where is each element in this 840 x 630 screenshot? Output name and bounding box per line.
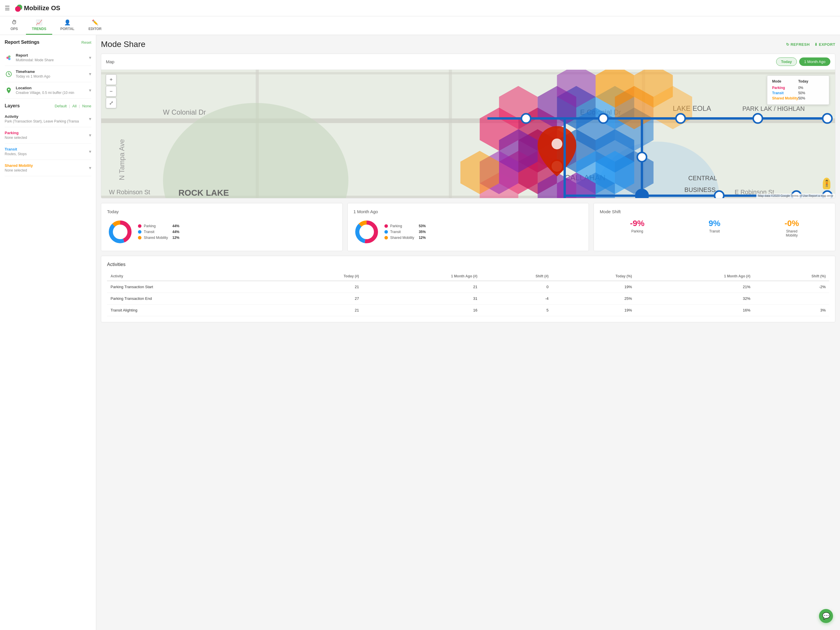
shared-mobility-chevron: ▾ bbox=[89, 165, 91, 171]
svg-point-2 bbox=[8, 58, 11, 60]
shared-dot bbox=[138, 236, 142, 240]
tooltip-mode-header: Mode bbox=[772, 79, 798, 84]
today-toggle[interactable]: Today bbox=[776, 57, 797, 66]
today-shared-label: Shared Mobility bbox=[144, 236, 170, 240]
map-header: Map Today 1 Month Ago bbox=[101, 54, 835, 70]
transit-shift-label: Transit bbox=[709, 229, 720, 233]
month-transit-value: 35% bbox=[419, 230, 426, 234]
portal-icon: 👤 bbox=[64, 19, 71, 26]
transit-layer-name: Transit bbox=[5, 147, 27, 152]
svg-point-62 bbox=[551, 139, 562, 149]
row2-today-pct: 25% bbox=[552, 293, 636, 305]
month-donut bbox=[354, 219, 380, 245]
transit-dot bbox=[138, 230, 142, 234]
row3-shift-pct: 3% bbox=[754, 305, 829, 316]
transit-layer[interactable]: Transit Routes, Stops ▾ bbox=[5, 144, 91, 160]
editor-icon: ✏️ bbox=[92, 19, 98, 26]
activities-title: Activities bbox=[107, 262, 829, 267]
svg-text:W Colonial Dr: W Colonial Dr bbox=[163, 108, 206, 116]
layers-none[interactable]: None bbox=[82, 104, 91, 108]
chat-button[interactable]: 💬 bbox=[819, 609, 833, 623]
header-actions: ↻ REFRESH ⬇ EXPORT bbox=[786, 42, 835, 47]
row2-today-n: 27 bbox=[283, 293, 363, 305]
map-attribution: Map data ©2020 Google Terms of Use Repor… bbox=[756, 194, 835, 198]
sidebar: Report Settings Reset Report Multimodal:… bbox=[0, 35, 96, 630]
export-button[interactable]: ⬇ EXPORT bbox=[814, 42, 835, 47]
today-chart-card: Today Parking 44% bbox=[101, 203, 343, 251]
pegman[interactable]: 🧍 bbox=[823, 178, 831, 189]
tooltip-transit-label: Transit bbox=[772, 91, 798, 95]
report-setting[interactable]: Report Multimodal: Mode Share ▾ bbox=[5, 50, 91, 66]
layers-default[interactable]: Default bbox=[55, 104, 66, 108]
row2-month-n: 31 bbox=[363, 293, 481, 305]
timeframe-icon bbox=[5, 70, 13, 78]
parking-dot bbox=[138, 224, 142, 228]
parking-layer[interactable]: Parking None selected ▾ bbox=[5, 127, 91, 144]
month-chart-card: 1 Month Ago Parking 53% bbox=[347, 203, 589, 251]
zoom-in-button[interactable]: + bbox=[106, 74, 116, 85]
month-ago-toggle[interactable]: 1 Month Ago bbox=[799, 57, 831, 66]
svg-text:CENTRAL: CENTRAL bbox=[688, 175, 717, 182]
svg-rect-7 bbox=[101, 72, 835, 74]
row1-shift-n: 0 bbox=[481, 281, 552, 293]
shared-mobility-layer[interactable]: Shared Mobility None selected ▾ bbox=[5, 160, 91, 176]
today-donut-container: Parking 44% Transit 44% Shared Mobility … bbox=[107, 219, 336, 245]
tab-portal[interactable]: 👤 PORTAL bbox=[55, 16, 80, 35]
month-transit-dot bbox=[384, 230, 388, 234]
tooltip-today-header: Today bbox=[798, 79, 824, 84]
shared-mobility-layer-name: Shared Mobility bbox=[5, 163, 33, 168]
today-transit-label: Transit bbox=[144, 230, 170, 234]
tab-editor-label: EDITOR bbox=[88, 27, 101, 31]
tab-portal-label: PORTAL bbox=[60, 27, 74, 31]
hamburger-menu[interactable]: ☰ bbox=[5, 5, 10, 12]
svg-text:BUSINESS: BUSINESS bbox=[685, 186, 716, 193]
table-row: Transit Alighting 21 16 5 19% 16% 3% bbox=[107, 305, 829, 316]
month-transit-label: Transit bbox=[390, 230, 417, 234]
page-header: Mode Share ↻ REFRESH ⬇ EXPORT bbox=[101, 39, 835, 49]
activities-table: Activity Today (#) 1 Month Ago (#) Shift… bbox=[107, 272, 829, 316]
refresh-button[interactable]: ↻ REFRESH bbox=[786, 42, 810, 47]
shared-shift-label: SharedMobility bbox=[786, 229, 798, 237]
tab-bar: ⏱ OPS 📈 TRENDS 👤 PORTAL ✏️ EDITOR bbox=[0, 16, 840, 35]
fullscreen-button[interactable]: ⤢ bbox=[106, 98, 116, 108]
report-settings-header: Report Settings Reset bbox=[5, 39, 91, 45]
timeframe-setting[interactable]: Timeframe Today vs 1 Month Ago ▾ bbox=[5, 66, 91, 82]
map-toggle: Today 1 Month Ago bbox=[776, 57, 831, 66]
activity-chevron: ▾ bbox=[89, 116, 91, 122]
shared-mobility-layer-value: None selected bbox=[5, 168, 33, 172]
mode-shift-grid: -9% Parking 9% Transit -0% SharedMobilit… bbox=[600, 219, 829, 237]
app-name: Mobilize OS bbox=[24, 5, 60, 12]
month-donut-container: Parking 53% Transit 35% Shared Mobility … bbox=[354, 219, 583, 245]
tab-ops[interactable]: ⏱ OPS bbox=[5, 17, 24, 35]
month-chart-title: 1 Month Ago bbox=[354, 209, 583, 214]
row3-activity: Transit Alighting bbox=[107, 305, 283, 316]
activity-layer-name: Activity bbox=[5, 114, 79, 119]
col-month-pct: 1 Month Ago (#) bbox=[636, 272, 754, 281]
timeframe-value: Today vs 1 Month Ago bbox=[16, 74, 50, 79]
reset-button[interactable]: Reset bbox=[81, 40, 91, 45]
tooltip-shared-label: Shared Mobility bbox=[772, 96, 798, 100]
month-parking-value: 53% bbox=[419, 224, 426, 228]
activity-layer[interactable]: Activity Park (Transaction Start), Leave… bbox=[5, 111, 91, 127]
transit-layer-value: Routes, Stops bbox=[5, 152, 27, 156]
col-activity: Activity bbox=[107, 272, 283, 281]
tab-trends-label: TRENDS bbox=[32, 27, 46, 31]
main-content: Mode Share ↻ REFRESH ⬇ EXPORT Map Today … bbox=[96, 35, 840, 630]
report-label: Report bbox=[16, 53, 54, 57]
activity-layer-value: Park (Transaction Start), Leave Parking … bbox=[5, 119, 79, 123]
row1-today-n: 21 bbox=[283, 281, 363, 293]
map-container[interactable]: W Colonial Dr E Colonial Dr W Robinson S… bbox=[101, 70, 835, 198]
layers-all[interactable]: All bbox=[72, 104, 76, 108]
map-title: Map bbox=[106, 59, 114, 64]
month-shared-dot bbox=[384, 236, 388, 240]
today-transit-value: 44% bbox=[172, 230, 179, 234]
tab-trends[interactable]: 📈 TRENDS bbox=[26, 16, 52, 35]
zoom-out-button[interactable]: − bbox=[106, 86, 116, 96]
shared-shift-value: -0% bbox=[785, 219, 799, 228]
tab-editor[interactable]: ✏️ EDITOR bbox=[82, 16, 107, 35]
location-chevron: ▾ bbox=[89, 87, 91, 93]
month-shared-label: Shared Mobility bbox=[390, 236, 417, 240]
parking-layer-name: Parking bbox=[5, 131, 27, 135]
col-shift-n: Shift (#) bbox=[481, 272, 552, 281]
location-setting[interactable]: Location Creative Village, 0.5 mi buffer… bbox=[5, 82, 91, 99]
